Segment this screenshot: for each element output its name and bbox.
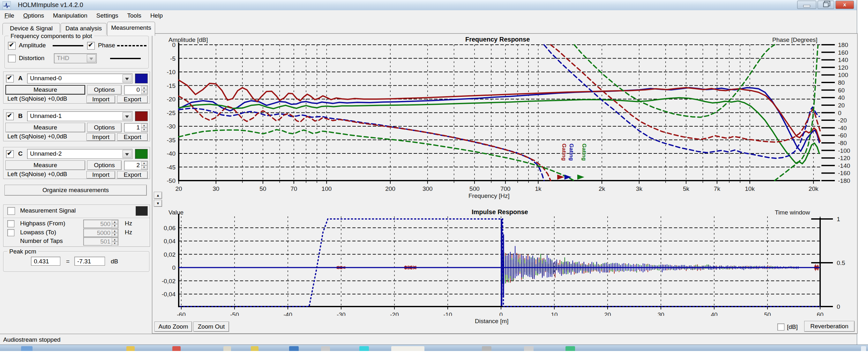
zoom-out-button[interactable]: Zoom Out — [193, 322, 229, 332]
dropdown-button[interactable] — [123, 112, 131, 120]
spin-down-icon[interactable]: ▼ — [141, 90, 147, 94]
peak-pcm-value-field[interactable]: 0.431 — [31, 257, 60, 266]
export-button[interactable]: Export — [117, 95, 148, 103]
dropdown-button[interactable] — [87, 54, 96, 62]
measure-button[interactable]: Measure — [5, 123, 85, 132]
phase-line-sample — [117, 45, 147, 46]
measurement-signal-checkbox[interactable] — [7, 207, 15, 215]
taskbar-icon[interactable] — [359, 346, 369, 351]
measurement-c-color-swatch[interactable] — [135, 149, 148, 159]
frequency-response-plot[interactable]: 0-5-10-15-20-25-30-35-40-45-502030507010… — [153, 34, 857, 203]
taskbar-icon[interactable] — [482, 346, 491, 351]
minimize-button[interactable] — [797, 1, 816, 9]
highpass-checkbox[interactable] — [7, 220, 14, 227]
options-button[interactable]: Options — [87, 85, 122, 94]
taskbar-icon[interactable] — [391, 346, 425, 351]
export-button[interactable]: Export — [117, 171, 148, 179]
group-title: Frequency components to plot — [9, 33, 94, 39]
import-button[interactable]: Import — [87, 171, 115, 179]
taskbar-icon[interactable] — [861, 346, 866, 351]
dropdown-button[interactable] — [123, 75, 131, 82]
organize-measurements-button[interactable]: Organize measurements — [4, 185, 147, 196]
gating-marker[interactable]: Gating — [577, 143, 587, 180]
export-button[interactable]: Export — [117, 133, 148, 141]
spin-down-icon[interactable]: ▼ — [141, 166, 147, 170]
measurement-b-checkbox[interactable]: ✔ — [6, 112, 14, 120]
spin-down-icon[interactable]: ▼ — [141, 128, 147, 132]
measurement-a-name-combo[interactable]: Unnamed-0 — [27, 74, 132, 83]
spin-up-icon[interactable]: ▲ — [141, 124, 147, 128]
spin-up-icon[interactable]: ▲ — [112, 238, 118, 242]
plot-scale-down-button[interactable]: ▼ — [154, 200, 162, 207]
measurement-b-index-spinner[interactable]: 1 ▲▼ — [124, 123, 148, 132]
spin-up-icon[interactable]: ▲ — [141, 161, 147, 166]
import-button[interactable]: Import — [87, 95, 115, 103]
measurement-c-name-combo[interactable]: Unnamed-2 — [27, 149, 132, 159]
title-bar[interactable]: HOLMImpulse v1.4.2.0 x — [0, 0, 857, 10]
spin-up-icon[interactable]: ▲ — [112, 220, 118, 224]
svg-text:3k: 3k — [636, 185, 643, 192]
highpass-spinner[interactable]: 500 ▲▼ — [83, 220, 118, 228]
close-button[interactable]: x — [835, 1, 854, 9]
svg-text:-5: -5 — [170, 55, 176, 62]
lowpass-checkbox[interactable] — [7, 229, 14, 236]
menu-item-file[interactable]: File — [0, 10, 19, 22]
tab-measurements[interactable]: Measurements — [107, 22, 155, 36]
options-button[interactable]: Options — [87, 161, 122, 170]
spin-down-icon[interactable]: ▼ — [112, 224, 118, 228]
taskbar-icon[interactable] — [21, 346, 33, 351]
reverberation-button[interactable]: Reverberation — [804, 321, 855, 332]
menu-item-help[interactable]: Help — [146, 10, 167, 22]
menu-item-tools[interactable]: Tools — [123, 10, 146, 22]
dropdown-button[interactable] — [123, 150, 131, 158]
measurement-c-index-spinner[interactable]: 2 ▲▼ — [124, 161, 148, 170]
options-button[interactable]: Options — [87, 123, 122, 132]
db-scale-checkbox[interactable] — [777, 324, 784, 331]
gating-marker[interactable]: Gating — [557, 143, 567, 180]
svg-text:Gating: Gating — [561, 143, 567, 161]
distortion-mode-select[interactable]: THD — [54, 53, 97, 63]
lowpass-spinner[interactable]: 5000 ▲▼ — [83, 228, 118, 237]
spin-up-icon[interactable]: ▲ — [141, 86, 147, 90]
taskbar-icon[interactable] — [524, 346, 533, 351]
measurement-b-name-combo[interactable]: Unnamed-1 — [27, 111, 132, 121]
spin-down-icon[interactable]: ▼ — [112, 242, 118, 246]
taskbar-icon[interactable] — [172, 346, 181, 351]
spin-down-icon[interactable]: ▼ — [112, 233, 118, 237]
taskbar-icon[interactable] — [251, 346, 258, 351]
measurement-signal-color-swatch[interactable] — [135, 206, 148, 216]
svg-text:60: 60 — [817, 311, 823, 316]
distortion-checkbox[interactable] — [8, 55, 16, 62]
peak-pcm-group: Peak pcm 0.431 = -7.31 dB — [3, 251, 149, 272]
measure-button[interactable]: Measure — [5, 161, 85, 170]
curve-c-phase — [179, 130, 574, 181]
menu-item-manipulation[interactable]: Manipulation — [49, 10, 92, 22]
taskbar-icon[interactable] — [565, 346, 575, 351]
taskbar[interactable] — [0, 345, 868, 351]
taskbar-icon[interactable] — [289, 346, 299, 351]
spin-up-icon[interactable]: ▲ — [112, 229, 118, 233]
svg-text:30: 30 — [213, 185, 219, 192]
taps-spinner[interactable]: 501 ▲▼ — [83, 237, 118, 246]
menu-item-options[interactable]: Options — [19, 10, 49, 22]
restore-button[interactable] — [817, 1, 834, 9]
measurement-b-color-swatch[interactable] — [135, 111, 148, 121]
auto-zoom-button[interactable]: Auto Zoom — [154, 322, 192, 332]
svg-text:20k: 20k — [809, 185, 818, 192]
measurement-a-checkbox[interactable]: ✔ — [6, 75, 14, 82]
taskbar-icon[interactable] — [126, 346, 135, 351]
phase-checkbox[interactable]: ✔ — [87, 42, 95, 50]
impulse-response-plot[interactable]: -60-50-40-30-20-1001020304050600,060,040… — [153, 207, 857, 316]
import-button[interactable]: Import — [87, 133, 115, 141]
taskbar-icon[interactable] — [321, 346, 330, 351]
measure-button[interactable]: Measure — [5, 85, 85, 94]
peak-db-value-field[interactable]: -7.31 — [74, 257, 105, 266]
measurement-c-checkbox[interactable]: ✔ — [6, 150, 14, 158]
time-window-curve[interactable] — [180, 219, 820, 306]
measurement-a-color-swatch[interactable] — [135, 74, 148, 83]
plot-scale-up-button[interactable]: ▲ — [154, 192, 162, 199]
taskbar-icon[interactable] — [223, 346, 231, 351]
amplitude-checkbox[interactable]: ✔ — [8, 42, 16, 50]
measurement-a-index-spinner[interactable]: 0 ▲▼ — [124, 85, 148, 94]
menu-item-settings[interactable]: Settings — [92, 10, 123, 22]
